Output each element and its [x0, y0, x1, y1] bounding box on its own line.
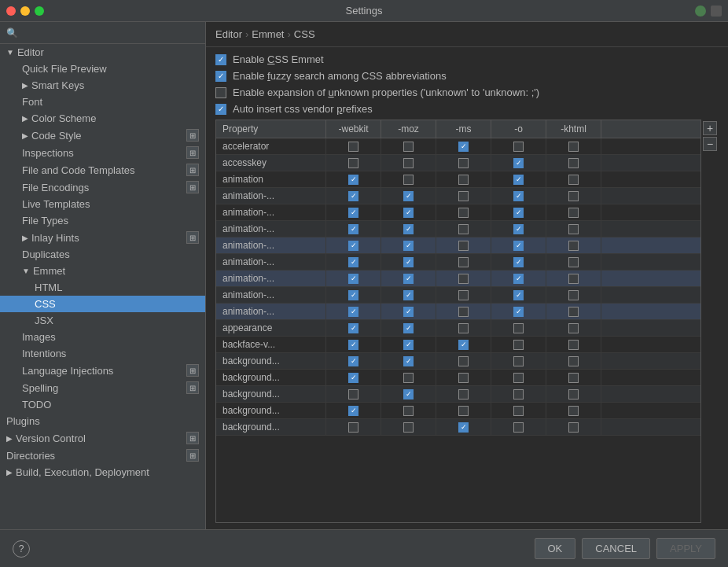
td-o[interactable]	[491, 204, 546, 220]
td-o[interactable]	[491, 386, 546, 402]
sidebar-item-version-control[interactable]: ▶ Version Control ⊞	[0, 429, 205, 447]
help-button[interactable]: ?	[13, 540, 30, 558]
checkbox-o[interactable]	[513, 224, 524, 234]
checkbox-o[interactable]	[513, 142, 524, 152]
td-ms[interactable]	[436, 155, 491, 171]
checkbox-ms[interactable]	[458, 224, 469, 234]
td-webkit[interactable]	[326, 221, 381, 237]
checkbox-o[interactable]	[513, 158, 524, 168]
checkbox-khtml[interactable]	[568, 142, 579, 152]
td-o[interactable]	[491, 403, 546, 418]
checkbox-enable-css-emmet[interactable]	[215, 54, 226, 65]
sidebar-item-directories[interactable]: Directories ⊞	[0, 447, 205, 464]
td-moz[interactable]	[381, 304, 436, 319]
sidebar-item-html[interactable]: HTML	[0, 279, 205, 296]
checkbox-moz[interactable]	[403, 389, 414, 399]
checkbox-o[interactable]	[513, 323, 524, 333]
td-moz[interactable]	[381, 171, 436, 187]
checkbox-o[interactable]	[513, 406, 524, 416]
td-ms[interactable]	[436, 254, 491, 270]
sidebar-item-font[interactable]: Font	[0, 94, 205, 110]
traffic-lights[interactable]	[6, 6, 44, 16]
checkbox-moz[interactable]	[403, 208, 414, 218]
sidebar-item-todo[interactable]: TODO	[0, 396, 205, 413]
checkbox-moz[interactable]	[403, 307, 414, 317]
checkbox-khtml[interactable]	[568, 422, 579, 433]
table-row[interactable]: animation-...	[216, 254, 700, 271]
checkbox-ms[interactable]	[458, 274, 469, 284]
table-row[interactable]: animation	[216, 171, 700, 188]
td-webkit[interactable]	[326, 353, 381, 369]
td-ms[interactable]	[436, 204, 491, 220]
checkbox-o[interactable]	[513, 307, 524, 317]
ok-button[interactable]: OK	[535, 538, 576, 559]
td-khtml[interactable]	[546, 370, 601, 385]
td-ms[interactable]	[436, 337, 491, 352]
sidebar-item-quick-file-preview[interactable]: Quick File Preview	[0, 61, 205, 77]
checkbox-khtml[interactable]	[568, 356, 579, 366]
td-moz[interactable]	[381, 155, 436, 171]
td-ms[interactable]	[436, 237, 491, 253]
checkbox-khtml[interactable]	[568, 224, 579, 234]
sidebar-item-file-and-code-templates[interactable]: File and Code Templates ⊞	[0, 161, 205, 179]
td-webkit[interactable]	[326, 403, 381, 418]
td-o[interactable]	[491, 353, 546, 369]
table-row[interactable]: animation-...	[216, 221, 700, 237]
checkbox-khtml[interactable]	[568, 340, 579, 350]
sidebar-item-file-types[interactable]: File Types	[0, 212, 205, 229]
td-khtml[interactable]	[546, 304, 601, 319]
td-webkit[interactable]	[326, 254, 381, 270]
checkbox-auto-insert-vendor[interactable]	[215, 104, 226, 115]
sidebar-item-duplicates[interactable]: Duplicates	[0, 246, 205, 263]
td-o[interactable]	[491, 188, 546, 204]
checkbox-ms[interactable]	[458, 257, 469, 267]
td-moz[interactable]	[381, 138, 436, 154]
td-webkit[interactable]	[326, 419, 381, 435]
checkbox-moz[interactable]	[403, 175, 414, 185]
checkbox-moz[interactable]	[403, 323, 414, 333]
table-row[interactable]: animation-...	[216, 237, 700, 254]
td-o[interactable]	[491, 304, 546, 319]
checkbox-o[interactable]	[513, 241, 524, 251]
minimize-button[interactable]	[20, 6, 30, 16]
checkbox-ms[interactable]	[458, 208, 469, 218]
checkbox-ms[interactable]	[458, 389, 469, 399]
checkbox-webkit[interactable]	[348, 257, 358, 267]
td-webkit[interactable]	[326, 171, 381, 187]
add-row-button[interactable]: +	[703, 121, 717, 135]
checkbox-webkit[interactable]	[348, 142, 358, 152]
td-o[interactable]	[491, 370, 546, 385]
td-moz[interactable]	[381, 287, 436, 303]
td-webkit[interactable]	[326, 370, 381, 385]
table-row[interactable]: animation-...	[216, 287, 700, 304]
td-moz[interactable]	[381, 221, 436, 237]
td-moz[interactable]	[381, 386, 436, 402]
sidebar-item-emmet[interactable]: ▼ Emmet	[0, 263, 205, 279]
td-ms[interactable]	[436, 370, 491, 385]
checkbox-ms[interactable]	[458, 158, 469, 168]
td-webkit[interactable]	[326, 271, 381, 286]
checkbox-khtml[interactable]	[568, 406, 579, 416]
sidebar-item-css[interactable]: CSS	[0, 296, 205, 312]
table-row[interactable]: background...	[216, 386, 700, 403]
td-moz[interactable]	[381, 254, 436, 270]
td-khtml[interactable]	[546, 353, 601, 369]
td-o[interactable]	[491, 254, 546, 270]
td-webkit[interactable]	[326, 237, 381, 253]
checkbox-ms[interactable]	[458, 191, 469, 201]
td-webkit[interactable]	[326, 204, 381, 220]
checkbox-ms[interactable]	[458, 290, 469, 300]
checkbox-o[interactable]	[513, 422, 524, 433]
checkbox-khtml[interactable]	[568, 158, 579, 168]
td-o[interactable]	[491, 419, 546, 435]
td-khtml[interactable]	[546, 188, 601, 204]
checkbox-moz[interactable]	[403, 373, 414, 383]
td-o[interactable]	[491, 155, 546, 171]
checkbox-moz[interactable]	[403, 422, 414, 433]
sidebar-item-language-injections[interactable]: Language Injections ⊞	[0, 362, 205, 379]
td-webkit[interactable]	[326, 320, 381, 336]
checkbox-webkit[interactable]	[348, 356, 358, 366]
td-o[interactable]	[491, 337, 546, 352]
checkbox-khtml[interactable]	[568, 175, 579, 185]
checkbox-webkit[interactable]	[348, 406, 358, 416]
